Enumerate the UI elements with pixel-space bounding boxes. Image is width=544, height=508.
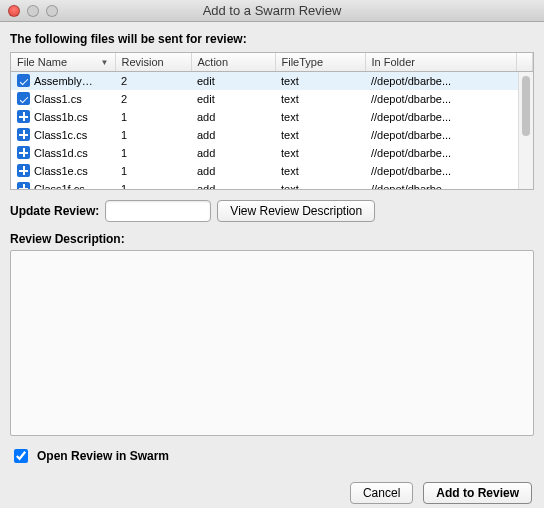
file-folder: //depot/dbarbe... bbox=[365, 72, 518, 90]
table-row[interactable]: Class1c.cs1addtext//depot/dbarbe... bbox=[11, 126, 518, 144]
view-review-description-button[interactable]: View Review Description bbox=[217, 200, 375, 222]
open-review-in-swarm-label[interactable]: Open Review in Swarm bbox=[37, 449, 169, 463]
table-header-row: File Name ▼ Revision Action FileType In … bbox=[11, 53, 533, 71]
open-review-in-swarm-checkbox[interactable] bbox=[14, 449, 28, 463]
zoom-window-icon bbox=[46, 5, 58, 17]
column-header-infolder[interactable]: In Folder bbox=[365, 53, 517, 71]
file-action: add bbox=[191, 126, 275, 144]
file-name: Class1e.cs bbox=[34, 165, 88, 177]
column-header-filename-label: File Name bbox=[17, 56, 67, 68]
file-add-icon bbox=[17, 110, 30, 123]
column-header-filename[interactable]: File Name ▼ bbox=[11, 53, 115, 71]
file-folder: //depot/dbarbe... bbox=[365, 144, 518, 162]
file-action: edit bbox=[191, 90, 275, 108]
column-header-scroll-spacer bbox=[517, 53, 533, 71]
file-filetype: text bbox=[275, 180, 365, 190]
table-scrollbar[interactable] bbox=[518, 72, 533, 190]
review-description-label: Review Description: bbox=[10, 232, 534, 246]
add-to-review-button[interactable]: Add to Review bbox=[423, 482, 532, 504]
file-name: Class1d.cs bbox=[34, 147, 88, 159]
file-folder: //depot/dbarbe... bbox=[365, 108, 518, 126]
file-add-icon bbox=[17, 128, 30, 141]
file-name: Assembly… bbox=[34, 75, 93, 87]
table-row[interactable]: Class1e.cs1addtext//depot/dbarbe... bbox=[11, 162, 518, 180]
file-action: add bbox=[191, 108, 275, 126]
file-folder: //depot/dbarbe... bbox=[365, 180, 518, 190]
file-action: add bbox=[191, 180, 275, 190]
update-review-label: Update Review: bbox=[10, 204, 99, 218]
file-filetype: text bbox=[275, 162, 365, 180]
table-row[interactable]: Class1d.cs1addtext//depot/dbarbe... bbox=[11, 144, 518, 162]
cancel-button[interactable]: Cancel bbox=[350, 482, 413, 504]
file-add-icon bbox=[17, 146, 30, 159]
file-revision: 1 bbox=[115, 180, 191, 190]
minimize-window-icon bbox=[27, 5, 39, 17]
column-header-filetype[interactable]: FileType bbox=[275, 53, 365, 71]
file-action: add bbox=[191, 162, 275, 180]
file-revision: 1 bbox=[115, 144, 191, 162]
file-name: Class1c.cs bbox=[34, 129, 87, 141]
sort-indicator-icon: ▼ bbox=[101, 57, 109, 66]
window-title: Add to a Swarm Review bbox=[0, 3, 544, 18]
column-header-action[interactable]: Action bbox=[191, 53, 275, 71]
files-table: File Name ▼ Revision Action FileType In … bbox=[10, 52, 534, 190]
window-titlebar: Add to a Swarm Review bbox=[0, 0, 544, 22]
file-action: edit bbox=[191, 72, 275, 90]
table-row[interactable]: Class1f.cs1addtext//depot/dbarbe... bbox=[11, 180, 518, 190]
close-window-icon[interactable] bbox=[8, 5, 20, 17]
file-revision: 1 bbox=[115, 162, 191, 180]
update-review-input[interactable] bbox=[105, 200, 211, 222]
file-filetype: text bbox=[275, 126, 365, 144]
file-filetype: text bbox=[275, 108, 365, 126]
files-heading: The following files will be sent for rev… bbox=[10, 32, 534, 46]
traffic-lights bbox=[0, 5, 58, 17]
table-row[interactable]: Assembly…2edittext//depot/dbarbe... bbox=[11, 72, 518, 90]
file-filetype: text bbox=[275, 90, 365, 108]
file-folder: //depot/dbarbe... bbox=[365, 90, 518, 108]
column-header-revision[interactable]: Revision bbox=[115, 53, 191, 71]
file-name: Class1f.cs bbox=[34, 183, 85, 189]
file-revision: 1 bbox=[115, 108, 191, 126]
scrollbar-thumb[interactable] bbox=[522, 76, 530, 136]
file-name: Class1b.cs bbox=[34, 111, 88, 123]
file-revision: 2 bbox=[115, 90, 191, 108]
file-action: add bbox=[191, 144, 275, 162]
file-revision: 1 bbox=[115, 126, 191, 144]
file-folder: //depot/dbarbe... bbox=[365, 126, 518, 144]
file-filetype: text bbox=[275, 144, 365, 162]
file-filetype: text bbox=[275, 72, 365, 90]
file-add-icon bbox=[17, 164, 30, 177]
file-folder: //depot/dbarbe... bbox=[365, 162, 518, 180]
table-row[interactable]: Class1.cs2edittext//depot/dbarbe... bbox=[11, 90, 518, 108]
file-add-icon bbox=[17, 182, 30, 189]
table-row[interactable]: Class1b.cs1addtext//depot/dbarbe... bbox=[11, 108, 518, 126]
review-description-box bbox=[10, 250, 534, 436]
file-revision: 2 bbox=[115, 72, 191, 90]
file-edit-icon bbox=[17, 92, 30, 105]
file-name: Class1.cs bbox=[34, 93, 82, 105]
file-edit-icon bbox=[17, 74, 30, 87]
